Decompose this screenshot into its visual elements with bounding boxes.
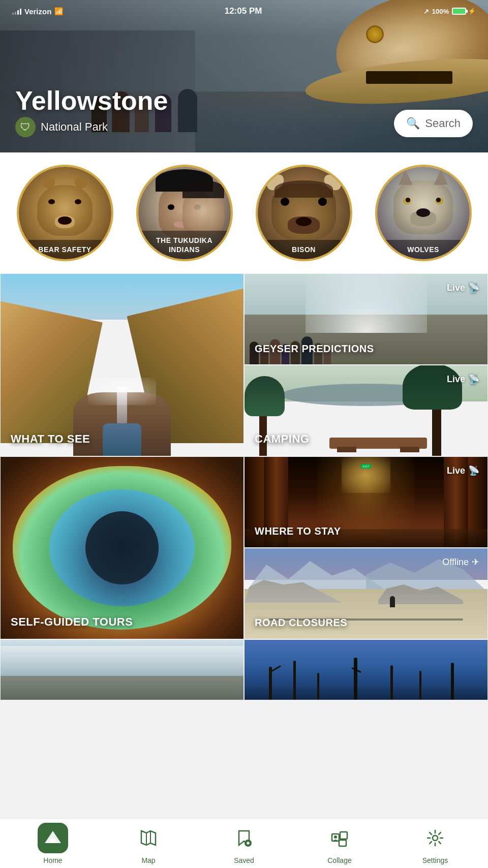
tukudika-label-bar: THE TUKUDIKA INDIANS xyxy=(138,231,231,259)
time-display: 12:05 PM xyxy=(225,6,262,16)
card-label-camping: CAMPING xyxy=(255,432,309,446)
map-icon xyxy=(139,829,158,847)
wolves-label-bar: WOLVES xyxy=(377,240,470,259)
battery-icon: ⚡ xyxy=(452,8,476,15)
bear-label-bar: BEAR SAFETY xyxy=(19,240,111,259)
cards-right-col-2: EXIT Live 📡 WHERE TO STAY xyxy=(244,456,488,639)
bison-label: BISON xyxy=(292,245,316,254)
category-circle-wolves[interactable]: WOLVES xyxy=(375,165,472,261)
card-road-closures[interactable]: Offline ✈ ROAD CLOSURES xyxy=(244,548,488,639)
status-right: ↗ 100% ⚡ xyxy=(423,8,476,15)
preview-right-visual xyxy=(245,640,487,700)
bison-label-bar: BISON xyxy=(258,240,350,259)
collage-icon xyxy=(330,829,349,847)
settings-icon xyxy=(426,829,444,847)
hero-content: Yellowstone 🛡 National Park xyxy=(15,87,168,137)
status-bar: Verizon 📶 12:05 PM ↗ 100% ⚡ xyxy=(0,0,488,22)
hotspring-visual xyxy=(1,457,243,639)
category-item-bison[interactable]: BISON xyxy=(256,165,352,261)
nav-item-map[interactable]: Map xyxy=(101,823,196,864)
carrier-label: Verizon xyxy=(24,7,51,16)
search-button[interactable]: 🔍 Search xyxy=(394,110,473,137)
card-label-where-to-stay: WHERE TO STAY xyxy=(255,525,341,537)
signal-bars xyxy=(12,8,21,15)
card-label-road-closures: ROAD CLOSURES xyxy=(255,616,347,629)
cards-row-3 xyxy=(0,639,488,700)
saved-icon-wrap xyxy=(229,823,259,853)
nav-item-collage[interactable]: Collage xyxy=(292,823,387,864)
card-label-self-guided: SELF-GUIDED TOURS xyxy=(11,615,133,629)
home-label: Home xyxy=(43,856,62,864)
category-item-tukudika[interactable]: THE TUKUDIKA INDIANS xyxy=(136,165,233,261)
camping-live-badge: Live 📡 xyxy=(447,374,479,385)
road-closures-offline-badge: Offline ✈ xyxy=(442,556,479,568)
category-circle-bear[interactable]: BEAR SAFETY xyxy=(17,165,113,261)
cards-row-2: SELF-GUIDED TOURS xyxy=(0,456,488,639)
signal-bar-4 xyxy=(20,9,21,15)
svg-point-12 xyxy=(334,835,337,839)
map-label: Map xyxy=(141,856,155,864)
airplane-icon: ✈ xyxy=(472,556,479,568)
map-icon-wrap xyxy=(133,823,164,853)
card-label-what-to-see: WHAT TO SEE xyxy=(11,432,90,446)
charging-icon: ⚡ xyxy=(468,8,476,15)
nav-item-home[interactable]: Home xyxy=(5,823,101,864)
category-item-wolves[interactable]: WOLVES xyxy=(375,165,472,261)
hero-subtitle: 🛡 National Park xyxy=(15,117,168,137)
offline-label-road: Offline xyxy=(442,557,469,568)
tukudika-label: THE TUKUDIKA INDIANS xyxy=(156,236,212,254)
collage-label: Collage xyxy=(327,856,351,864)
live-label-geyser: Live xyxy=(447,283,465,293)
cards-right-col-1: Live 📡 GEYSER PREDICTIONS xyxy=(244,273,488,456)
svg-rect-2 xyxy=(50,839,55,843)
svg-rect-10 xyxy=(340,832,347,839)
card-camping[interactable]: Live 📡 CAMPING xyxy=(244,365,488,456)
live-label-camping: Live xyxy=(447,374,465,385)
card-what-to-see[interactable]: WHAT TO SEE xyxy=(0,273,244,456)
live-signal-icon-stay: 📡 xyxy=(468,465,479,476)
settings-icon-wrap xyxy=(420,823,450,853)
saved-label: Saved xyxy=(234,856,254,864)
search-label: Search xyxy=(425,117,461,130)
battery-percent: 100% xyxy=(432,8,449,15)
signal-bar-1 xyxy=(12,13,14,15)
card-preview-right[interactable] xyxy=(244,639,488,700)
bear-label: BEAR SAFETY xyxy=(38,245,91,254)
nav-item-saved[interactable]: Saved xyxy=(196,823,292,864)
hero-section: Yellowstone 🛡 National Park 🔍 Search xyxy=(0,0,488,152)
category-circle-bison[interactable]: BISON xyxy=(256,165,352,261)
collage-icon-wrap xyxy=(324,823,355,853)
category-circle-tukudika[interactable]: THE TUKUDIKA INDIANS xyxy=(136,165,233,261)
card-preview-left[interactable] xyxy=(0,639,244,700)
card-label-geyser: GEYSER PREDICTIONS xyxy=(255,343,374,354)
preview-left-visual xyxy=(1,640,243,700)
svg-marker-3 xyxy=(141,831,156,845)
wolves-label: WOLVES xyxy=(407,245,439,254)
card-geyser-predictions[interactable]: Live 📡 GEYSER PREDICTIONS xyxy=(244,273,488,365)
signal-bar-2 xyxy=(15,12,16,15)
category-item-bear-safety[interactable]: BEAR SAFETY xyxy=(17,165,113,261)
signal-bar-3 xyxy=(17,10,19,15)
location-icon: ↗ xyxy=(423,8,429,15)
card-self-guided-tours[interactable]: SELF-GUIDED TOURS xyxy=(0,456,244,639)
cards-grid: WHAT TO SEE xyxy=(0,273,488,700)
cards-row-1: WHAT TO SEE xyxy=(0,273,488,456)
categories-section: BEAR SAFETY xyxy=(0,152,488,273)
live-signal-icon-camping: 📡 xyxy=(468,374,479,385)
status-left: Verizon 📶 xyxy=(12,7,63,16)
park-type: National Park xyxy=(41,120,108,134)
saved-icon xyxy=(235,829,253,847)
settings-label: Settings xyxy=(422,856,448,864)
svg-point-13 xyxy=(433,835,438,841)
canyon-visual xyxy=(1,274,243,456)
park-name: Yellowstone xyxy=(15,87,168,114)
nav-item-settings[interactable]: Settings xyxy=(387,823,483,864)
card-where-to-stay[interactable]: EXIT Live 📡 WHERE TO STAY xyxy=(244,456,488,548)
bottom-navigation: Home Map Saved xyxy=(0,818,488,868)
svg-rect-11 xyxy=(339,840,346,846)
geyser-live-badge: Live 📡 xyxy=(447,282,479,293)
live-signal-icon-geyser: 📡 xyxy=(468,282,479,293)
nps-shield-icon: 🛡 xyxy=(20,121,30,133)
search-icon: 🔍 xyxy=(406,117,420,130)
home-icon-wrap xyxy=(38,823,68,853)
